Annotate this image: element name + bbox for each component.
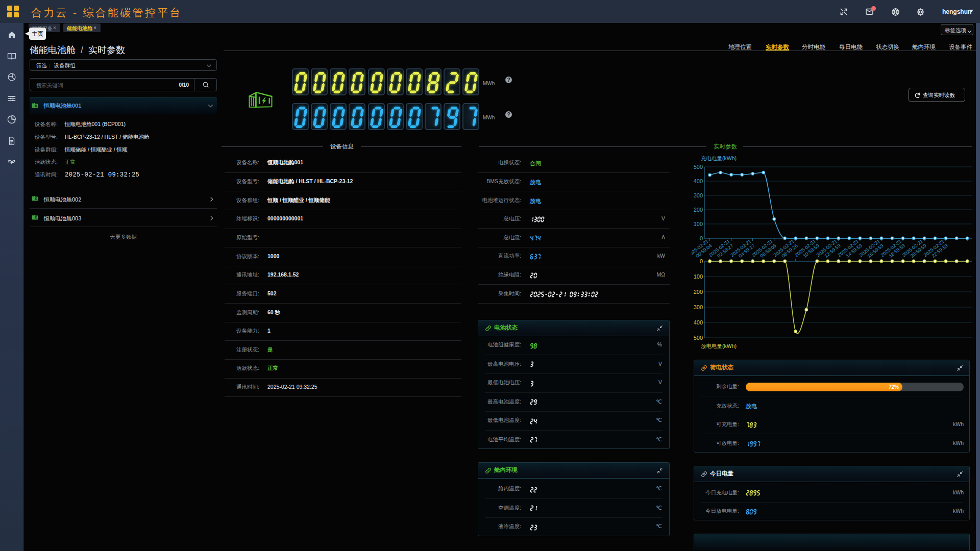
svg-text:200: 200 bbox=[694, 207, 703, 213]
svg-text:100: 100 bbox=[694, 221, 703, 227]
svg-text:2025-02-2106:59:06: 2025-02-2106:59:06 bbox=[751, 238, 777, 262]
svg-text:2025-02-2108:59:26: 2025-02-2108:59:26 bbox=[772, 238, 799, 262]
svg-text:500: 500 bbox=[694, 335, 703, 341]
svg-text:2025-02-2110:59:59: 2025-02-2110:59:59 bbox=[794, 238, 820, 262]
svg-text:400: 400 bbox=[694, 319, 703, 325]
svg-text:300: 300 bbox=[694, 192, 703, 198]
svg-text:2025-02-2114:59:59: 2025-02-2114:59:59 bbox=[837, 238, 863, 262]
svg-text:充电电量(kWh): 充电电量(kWh) bbox=[701, 155, 737, 161]
svg-text:0: 0 bbox=[700, 258, 703, 264]
svg-text:400: 400 bbox=[694, 178, 703, 184]
svg-text:100: 100 bbox=[694, 273, 703, 280]
svg-text:500: 500 bbox=[694, 164, 703, 170]
svg-text:2025-02-2118:59:59: 2025-02-2118:59:59 bbox=[879, 238, 906, 262]
svg-text:放电电量(kWh): 放电电量(kWh) bbox=[701, 343, 737, 349]
svg-text:200: 200 bbox=[694, 289, 703, 295]
svg-text:2025-02-2104:59:17: 2025-02-2104:59:17 bbox=[729, 238, 756, 262]
svg-text:2025-02-2116:59:59: 2025-02-2116:59:59 bbox=[858, 238, 885, 262]
svg-text:2025-02-2112:59:59: 2025-02-2112:59:59 bbox=[815, 238, 842, 262]
svg-text:2025-02-2122:59:59: 2025-02-2122:59:59 bbox=[922, 238, 949, 262]
svg-text:2025-02-2120:59:59: 2025-02-2120:59:59 bbox=[901, 238, 927, 262]
svg-text:2025-02-2102:59:27: 2025-02-2102:59:27 bbox=[708, 238, 734, 262]
svg-text:300: 300 bbox=[694, 304, 703, 310]
